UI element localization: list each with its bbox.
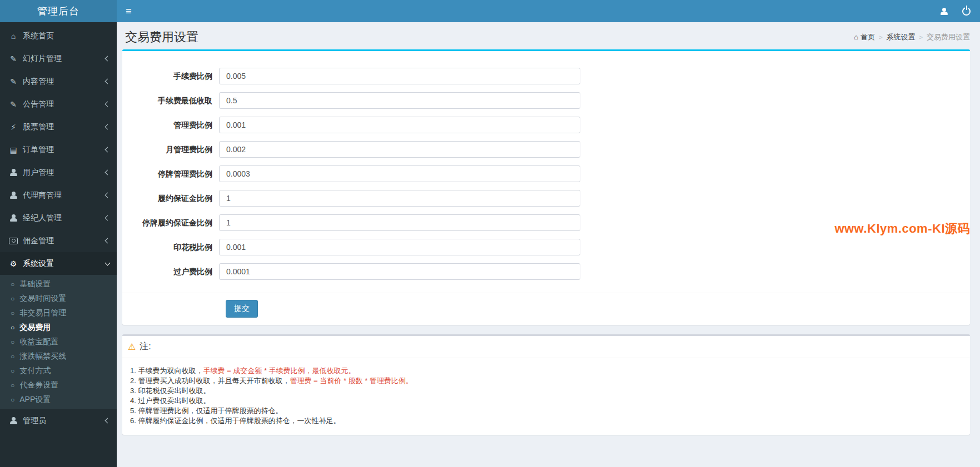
submenu-item-trade-fee[interactable]: ○ 交易费用	[0, 320, 117, 335]
field-label: 过户费比例	[128, 263, 212, 280]
breadcrumb-home-label: 首页	[860, 32, 875, 42]
sidebar-item-label: 系统设置	[23, 259, 54, 269]
user-icon	[941, 8, 948, 15]
submenu-item-payment-method[interactable]: ○ 支付方式	[0, 364, 117, 378]
submenu-item-label: 基础设置	[19, 279, 51, 289]
note-item: 1. 手续费为双向收取，手续费 = 成交金额 * 手续费比例，最低收取元。	[130, 366, 964, 376]
circle-icon: ○	[11, 280, 14, 288]
power-icon	[962, 7, 971, 16]
sidebar-item-brokers[interactable]: 经纪人管理	[0, 207, 117, 229]
submenu-item-voucher-settings[interactable]: ○ 代金券设置	[0, 378, 117, 393]
form-row: 手续费比例	[128, 68, 964, 84]
sidebar-item-label: 经纪人管理	[23, 213, 62, 223]
sidebar: 管理后台 ⌂ 系统首页 ✎ 幻灯片管理 ✎ 内容管理 ✎ 公告管理	[0, 0, 117, 467]
sidebar-menu: ⌂ 系统首页 ✎ 幻灯片管理 ✎ 内容管理 ✎ 公告管理 ⚡ 股票管理	[0, 22, 117, 432]
submenu-item-trade-time[interactable]: ○ 交易时间设置	[0, 292, 117, 306]
user-icon	[7, 169, 19, 176]
content-header: 交易费用设置 ⌂ 首页 > 系统设置 > 交易费用设置	[117, 22, 980, 49]
transfer-fee-input[interactable]	[219, 263, 580, 280]
submenu-item-label: 支付方式	[19, 366, 51, 376]
submenu-item-app-settings[interactable]: ○ APP设置	[0, 393, 117, 407]
field-label: 管理费比例	[128, 117, 212, 133]
circle-icon: ○	[11, 367, 14, 375]
breadcrumb-home[interactable]: ⌂ 首页	[854, 32, 875, 42]
breadcrumb-separator: >	[919, 34, 923, 41]
sidebar-item-stocks[interactable]: ⚡ 股票管理	[0, 116, 117, 138]
sidebar-item-dashboard[interactable]: ⌂ 系统首页	[0, 24, 117, 47]
user-icon	[7, 192, 19, 199]
suspension-margin-ratio-input[interactable]	[219, 214, 580, 231]
sidebar-item-label: 股票管理	[23, 122, 54, 132]
breadcrumb-current: 交易费用设置	[927, 32, 970, 42]
app-window: 管理后台 ⌂ 系统首页 ✎ 幻灯片管理 ✎ 内容管理 ✎ 公告管理	[0, 0, 980, 467]
note-highlight: 管理费 = 当前价 * 股数 * 管理费比例。	[290, 376, 412, 385]
system-settings-submenu: ○ 基础设置 ○ 交易时间设置 ○ 非交易日管理 ○ 交易费用 ○ 收益宝配	[0, 275, 117, 409]
circle-icon: ○	[11, 353, 14, 360]
edit-icon: ✎	[7, 54, 19, 63]
circle-icon: ○	[11, 396, 14, 404]
form-row: 手续费最低收取	[128, 92, 964, 109]
chevron-left-icon	[105, 124, 111, 130]
submenu-item-profit-config[interactable]: ○ 收益宝配置	[0, 335, 117, 349]
submenu-item-basic-settings[interactable]: ○ 基础设置	[0, 277, 117, 292]
note-panel: ⚠ 注: 1. 手续费为双向收取，手续费 = 成交金额 * 手续费比例，最低收取…	[122, 334, 970, 435]
note-highlight: 手续费 = 成交金额 * 手续费比例，最低收取元。	[203, 366, 355, 375]
book-icon: ▤	[7, 145, 19, 154]
topbar-actions	[941, 7, 980, 16]
form-row: 月管理费比例	[128, 141, 964, 158]
chevron-left-icon	[105, 215, 111, 221]
submenu-item-limit-line[interactable]: ○ 涨跌幅禁买线	[0, 349, 117, 364]
warning-icon: ⚠	[128, 343, 136, 351]
circle-icon: ○	[11, 324, 14, 332]
submit-button[interactable]: 提交	[226, 300, 258, 318]
sidebar-item-label: 内容管理	[23, 77, 54, 87]
logout-button[interactable]	[962, 7, 971, 16]
note-item: 4. 过户费仅卖出时收取。	[130, 396, 964, 406]
field-label: 手续费最低收取	[128, 92, 212, 109]
brand-logo[interactable]: 管理后台	[0, 0, 117, 22]
sidebar-item-commission[interactable]: 佣金管理	[0, 229, 117, 252]
sidebar-item-announcements[interactable]: ✎ 公告管理	[0, 93, 117, 116]
sidebar-item-system-settings[interactable]: ⚙ 系统设置	[0, 252, 117, 275]
account-button[interactable]	[941, 8, 948, 15]
chevron-left-icon	[105, 102, 111, 107]
sidebar-item-orders[interactable]: ▤ 订单管理	[0, 138, 117, 161]
submenu-item-label: 交易时间设置	[19, 294, 66, 304]
circle-icon: ○	[11, 295, 14, 303]
fee-ratio-input[interactable]	[219, 68, 580, 84]
form-row: 管理费比例	[128, 117, 964, 133]
sidebar-item-users[interactable]: 用户管理	[0, 161, 117, 184]
edit-icon: ✎	[7, 77, 19, 86]
money-icon	[7, 238, 19, 244]
submenu-item-label: 收益宝配置	[19, 337, 58, 347]
field-label: 停牌履约保证金比例	[128, 214, 212, 231]
breadcrumb-section[interactable]: 系统设置	[887, 32, 916, 42]
sidebar-item-content[interactable]: ✎ 内容管理	[0, 70, 117, 93]
sidebar-toggle-icon[interactable]: ≡	[117, 0, 141, 22]
management-fee-input[interactable]	[219, 117, 580, 133]
form-row: 停牌管理费比例	[128, 165, 964, 182]
home-icon: ⌂	[7, 32, 19, 41]
flash-icon: ⚡	[7, 123, 19, 132]
margin-ratio-input[interactable]	[219, 190, 580, 207]
submenu-item-non-trade-day[interactable]: ○ 非交易日管理	[0, 306, 117, 320]
chevron-left-icon	[105, 193, 111, 198]
monthly-management-fee-input[interactable]	[219, 141, 580, 158]
fee-minimum-input[interactable]	[219, 92, 580, 109]
breadcrumb: ⌂ 首页 > 系统设置 > 交易费用设置	[854, 32, 970, 42]
note-title: 注:	[140, 341, 151, 353]
chevron-down-icon	[105, 260, 111, 265]
circle-icon: ○	[11, 381, 14, 389]
top-navbar: ≡	[117, 0, 980, 22]
note-item: 2. 管理费买入成功时收取，并且每天开市前收取，管理费 = 当前价 * 股数 *…	[130, 376, 964, 386]
circle-icon: ○	[11, 309, 14, 317]
field-label: 履约保证金比例	[128, 190, 212, 207]
chevron-left-icon	[105, 56, 111, 62]
sidebar-item-admins[interactable]: 管理员	[0, 409, 117, 432]
sidebar-item-slides[interactable]: ✎ 幻灯片管理	[0, 47, 117, 70]
sidebar-item-agents[interactable]: 代理商管理	[0, 184, 117, 207]
stamp-tax-input[interactable]	[219, 239, 580, 255]
fee-settings-panel: 手续费比例 手续费最低收取 管理费比例 月管理费比例 停牌管理费比例	[122, 49, 970, 325]
fee-settings-form: 手续费比例 手续费最低收取 管理费比例 月管理费比例 停牌管理费比例	[122, 51, 970, 293]
suspension-management-fee-input[interactable]	[219, 165, 580, 182]
